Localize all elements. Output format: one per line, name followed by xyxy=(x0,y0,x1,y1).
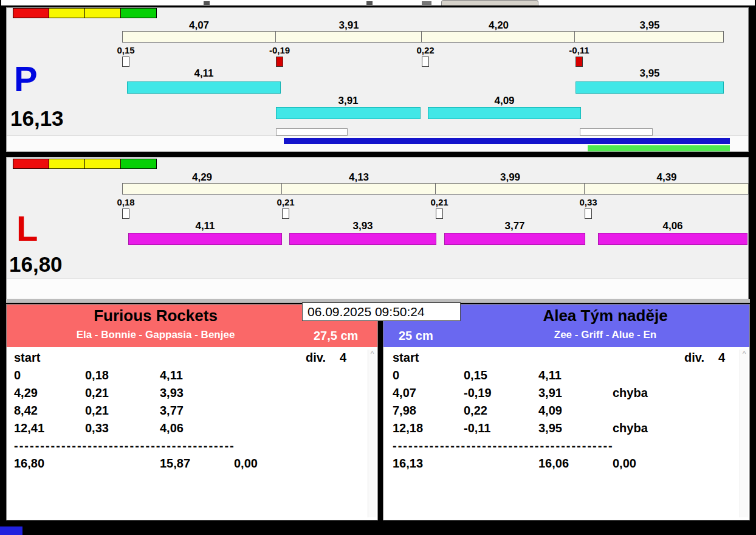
division-value: 4 xyxy=(340,351,346,365)
timestamp-box: 06.09.2025 09:50:24 xyxy=(302,302,461,321)
window-tab-strip xyxy=(1,0,755,5)
fault-indicator xyxy=(436,209,443,219)
cell-time: 4,07 xyxy=(393,386,416,400)
cell-delta: 0,21 xyxy=(85,386,109,400)
legend-green-segment xyxy=(120,159,157,169)
delta-label: 0,21 xyxy=(418,198,461,207)
legend-red-segment xyxy=(13,159,49,169)
legend-green-segment xyxy=(120,8,157,18)
divider-row: ----------------------------------------… xyxy=(14,439,365,457)
start-label: start xyxy=(14,351,40,365)
lane-letter: L xyxy=(16,211,38,246)
split-bar xyxy=(598,233,747,245)
cell-split: 3,93 xyxy=(160,386,184,400)
table-row: 0 0,15 4,11 xyxy=(393,368,738,386)
cell-time: 0 xyxy=(14,368,21,382)
table-row: 12,41 0,33 4,06 xyxy=(14,421,365,439)
table-row: 7,98 0,22 4,09 xyxy=(393,404,738,421)
split-bar xyxy=(289,233,436,245)
split-time-label: 4,13 xyxy=(282,172,436,183)
lane-letter: P xyxy=(14,61,38,97)
delta-label: 0,18 xyxy=(104,198,148,207)
table-header-row: start div. 4 xyxy=(14,351,365,368)
split-time-label: 3,91 xyxy=(276,20,422,31)
scroll-up-icon[interactable]: ^ xyxy=(368,350,376,358)
split-time-label: 3,93 xyxy=(289,221,436,232)
division-label: div. xyxy=(306,351,326,365)
totals-row: 16,13 16,06 0,00 xyxy=(393,457,738,474)
cell-total: 16,80 xyxy=(14,457,44,471)
split-time-label: 3,99 xyxy=(436,172,585,183)
cell-delta: 0,22 xyxy=(464,404,487,418)
split-time-label: 4,39 xyxy=(585,172,749,183)
finish-bar-blue xyxy=(284,138,730,144)
fault-indicator xyxy=(282,209,289,219)
finish-strip xyxy=(7,278,748,299)
cumulative-scale xyxy=(122,31,724,43)
delta-label: 0,21 xyxy=(264,198,308,207)
table-row: 0 0,18 4,11 xyxy=(14,368,365,386)
split-time-label: 4,29 xyxy=(122,172,282,183)
delta-label: 0,22 xyxy=(404,46,447,55)
cell-time: 7,98 xyxy=(393,404,416,418)
scale-segment xyxy=(436,184,585,194)
cell-time: 12,41 xyxy=(14,421,44,435)
jump-height: 25 cm xyxy=(399,329,433,343)
window-tab[interactable] xyxy=(441,0,538,5)
team-panel-right: Alea Tým naděje Zee - Griff - Alue - En … xyxy=(383,304,750,520)
cell-penalty: 0,00 xyxy=(234,457,258,471)
split-time-label: 3,91 xyxy=(276,95,421,106)
legend-yellow-segment xyxy=(49,8,85,18)
split-time-label: 4,20 xyxy=(422,20,576,31)
fault-indicator xyxy=(422,57,429,67)
overlap-bar xyxy=(276,128,348,136)
cell-delta: -0,11 xyxy=(464,421,490,435)
tab-strip-artifact xyxy=(422,1,431,5)
lane-panel-p: 4,07 3,91 4,20 3,95 0,15 -0,19 0,22 -0,1… xyxy=(6,7,749,152)
split-bar xyxy=(276,107,421,119)
team-name: Furious Rockets xyxy=(7,306,304,325)
jump-height: 27,5 cm xyxy=(314,329,358,343)
scale-segment xyxy=(585,184,748,194)
team-name: Alea Tým naděje xyxy=(461,306,749,325)
split-bar xyxy=(576,81,724,94)
split-time-label: 3,95 xyxy=(576,20,724,31)
delta-label: -0,11 xyxy=(557,46,601,55)
table-row: 12,18 -0,11 3,95 chyba xyxy=(393,421,738,439)
legend-yellow-segment xyxy=(84,159,121,169)
cell-total: 16,13 xyxy=(393,457,423,471)
scale-segment xyxy=(123,32,276,42)
split-time-label: 4,11 xyxy=(127,68,281,79)
scale-segment xyxy=(422,32,575,42)
delta-label: -0,19 xyxy=(258,46,301,55)
split-time-label: 3,77 xyxy=(444,221,585,232)
finish-strip xyxy=(7,136,748,151)
team-dogs: Ela - Bonnie - Gappasia - Benjee xyxy=(7,329,304,341)
overlap-bar xyxy=(580,128,653,136)
divider-row: ----------------------------------------… xyxy=(393,439,738,457)
table-scrollbar[interactable]: ^ xyxy=(740,350,748,517)
team-dogs: Zee - Griff - Alue - En xyxy=(461,329,749,341)
cell-split: 3,95 xyxy=(538,421,562,435)
cell-split: 4,11 xyxy=(538,368,562,382)
cell-sum: 15,87 xyxy=(160,457,190,471)
division-value: 4 xyxy=(718,351,725,365)
legend-yellow-segment xyxy=(49,159,85,169)
cell-delta: 0,21 xyxy=(85,404,109,418)
cell-note: chyba xyxy=(613,386,648,400)
scale-segment xyxy=(123,184,282,194)
totals-row: 16,80 15,87 0,00 xyxy=(14,457,365,474)
lane-panel-l: 4,29 4,13 3,99 4,39 0,18 0,21 0,21 0,33 … xyxy=(6,157,749,300)
table-row: 4,29 0,21 3,93 xyxy=(14,386,365,404)
cell-split: 4,06 xyxy=(160,421,184,435)
legend-yellow-segment xyxy=(84,8,121,18)
fault-indicator xyxy=(122,57,129,67)
table-scrollbar[interactable]: ^ xyxy=(368,350,376,517)
tab-strip-artifact xyxy=(366,1,373,5)
start-label: start xyxy=(393,351,419,365)
cell-delta: 0,33 xyxy=(85,421,109,435)
cell-split: 3,77 xyxy=(160,404,184,418)
cell-split: 3,91 xyxy=(538,386,562,400)
scroll-up-icon[interactable]: ^ xyxy=(740,350,748,358)
traffic-light-legend xyxy=(13,8,156,18)
